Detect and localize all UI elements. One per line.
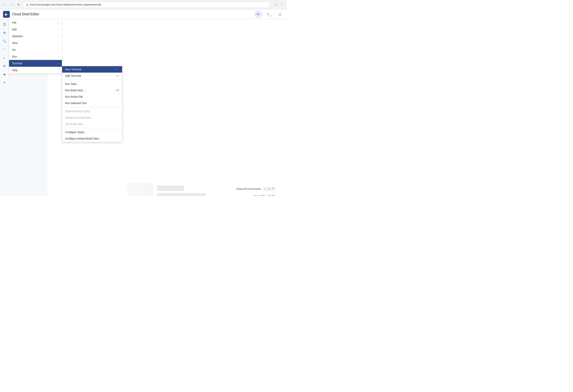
terminal-button[interactable]: >_ xyxy=(265,11,273,18)
command-go-to-file: Go to File ⌘ P xyxy=(236,194,275,196)
app-title: Cloud Shell Editor xyxy=(12,12,39,16)
camera-button[interactable]: ◻ xyxy=(276,11,284,18)
submenu-terminate-task-label: Terminate Task... xyxy=(65,122,85,126)
menu-selection[interactable]: Selection › xyxy=(9,33,62,40)
submenu-restart-running-task-label: Restart Running Task... xyxy=(65,116,92,119)
illustration-bar-2 xyxy=(157,193,206,196)
forward-button[interactable]: → xyxy=(9,2,14,7)
activity-bar-hamburger[interactable]: ☰ xyxy=(1,21,8,28)
commands-panel: Show All Commands ⇧ ⌘ P Go to File ⌘ P xyxy=(236,187,275,196)
key-shift: ⇧ xyxy=(263,187,267,191)
key-cmd: ⌘ xyxy=(267,187,271,191)
activity-bar-search[interactable]: 🔍 xyxy=(1,37,8,45)
activity-bar-extensions[interactable]: ⊞ xyxy=(1,62,8,70)
menu-go-label: Go xyxy=(12,48,16,51)
app-logo: ▶ xyxy=(3,11,10,18)
activity-bar-cloud[interactable]: ◆ xyxy=(1,70,8,78)
show-all-commands-label: Show All Commands xyxy=(236,187,261,190)
terminal-submenu: New Terminal ⌃⇧` Split Terminal ⌘\ Run T… xyxy=(62,66,122,142)
menu-file[interactable]: File › xyxy=(9,19,62,26)
run-build-task-shortcut: ⇧⌘B xyxy=(115,89,119,92)
menu-help[interactable]: Help › xyxy=(9,67,62,73)
menu-help-label: Help xyxy=(12,69,18,72)
run-icon: ▷ xyxy=(3,56,5,59)
edit-button[interactable]: ✏ xyxy=(254,11,262,18)
submenu-run-selected-text[interactable]: Run Selected Text xyxy=(62,100,122,106)
main-area: ☰ ⧉ 🔍 ⑂ ▷ ⊞ ◆ ✦ xyxy=(0,19,286,196)
new-terminal-shortcut: ⌃⇧` xyxy=(115,68,119,71)
menu-view-label: View xyxy=(12,41,18,45)
top-bar-actions: ✏ >_ ◻ xyxy=(254,11,284,18)
welcome-illustration xyxy=(127,183,206,196)
lock-icon: 🔒 xyxy=(26,3,29,6)
chevron-icon: › xyxy=(58,55,59,58)
divider-2 xyxy=(274,12,274,17)
menu-terminal[interactable]: Terminal › xyxy=(9,60,62,67)
submenu-run-active-file-label: Run Active File xyxy=(65,95,83,98)
menu-run[interactable]: Run › xyxy=(9,53,62,60)
browser-chrome: ← → ↻ 🔒 shell.cloud.google.com/?show=ide… xyxy=(0,0,286,9)
chevron-icon: › xyxy=(58,69,59,71)
chevron-icon: › xyxy=(58,28,59,31)
menu-edit-label: Edit xyxy=(12,28,17,31)
menu-view[interactable]: View › xyxy=(9,40,62,46)
submenu-run-task[interactable]: Run Task... xyxy=(62,81,122,87)
cloud-icon: ◆ xyxy=(3,73,5,76)
url-text: shell.cloud.google.com/?show=ide&environ… xyxy=(30,3,101,6)
menu-bar: File › Edit › Selection › View › Go › xyxy=(9,19,62,74)
activity-bar-run[interactable]: ▷ xyxy=(1,54,8,61)
submenu-new-terminal[interactable]: New Terminal ⌃⇧` xyxy=(62,66,122,73)
chevron-icon: › xyxy=(58,21,59,24)
bookmark-button[interactable]: ☆ xyxy=(273,2,278,7)
illustration-bar-1 xyxy=(157,186,184,191)
submenu-new-terminal-label: New Terminal xyxy=(65,68,81,71)
command-show-all-commands: Show All Commands ⇧ ⌘ P xyxy=(236,187,275,191)
submenu-run-selected-text-label: Run Selected Text xyxy=(65,102,87,105)
menu-run-label: Run xyxy=(12,55,17,58)
submenu-run-active-file[interactable]: Run Active File xyxy=(62,94,122,100)
submenu-run-task-label: Run Task... xyxy=(65,82,78,85)
chevron-icon: › xyxy=(58,35,59,37)
source-control-icon: ⑂ xyxy=(4,48,5,51)
key-p: P xyxy=(271,194,275,196)
back-button[interactable]: ← xyxy=(2,2,8,7)
menu-selection-label: Selection xyxy=(12,35,23,38)
submenu-configure-tasks[interactable]: Configure Tasks... xyxy=(62,129,122,135)
activity-bar-explorer[interactable]: ⧉ xyxy=(1,29,8,36)
browser-actions: ☆ ⋮ xyxy=(273,2,284,7)
logo-icon: ▶ xyxy=(5,12,8,17)
submenu-configure-default-build-task[interactable]: Configure Default Build Task... xyxy=(62,135,122,142)
extensions-icon: ⊞ xyxy=(3,64,6,68)
gemini-icon: ✦ xyxy=(3,81,6,84)
submenu-split-terminal[interactable]: Split Terminal ⌘\ xyxy=(62,73,122,79)
chevron-icon: › xyxy=(58,49,59,51)
reload-button[interactable]: ↻ xyxy=(16,2,21,7)
search-icon: 🔍 xyxy=(3,39,6,43)
submenu-split-terminal-label: Split Terminal xyxy=(65,74,81,77)
chevron-icon-active: › xyxy=(58,62,59,65)
activity-bar-gemini[interactable]: ✦ xyxy=(1,79,8,86)
activity-bar-source-control[interactable]: ⑂ xyxy=(1,46,8,53)
show-all-commands-keys: ⇧ ⌘ P xyxy=(263,187,275,191)
sidebar-area: File › Edit › Selection › View › Go › xyxy=(9,19,47,196)
go-to-file-label: Go to File xyxy=(253,195,265,196)
submenu-restart-running-task: Restart Running Task... xyxy=(62,115,122,121)
menu-go[interactable]: Go › xyxy=(9,46,62,53)
activity-bar: ☰ ⧉ 🔍 ⑂ ▷ ⊞ ◆ ✦ xyxy=(0,19,9,196)
menu-terminal-label: Terminal xyxy=(12,62,22,65)
app-container: ▶ Cloud Shell Editor ✏ >_ ◻ ☰ ⧉ 🔍 ⑂ xyxy=(0,9,286,196)
menu-edit[interactable]: Edit › xyxy=(9,26,62,33)
menu-file-label: File xyxy=(12,21,17,24)
more-button[interactable]: ⋮ xyxy=(279,2,284,7)
submenu-run-build-task[interactable]: Run Build Task... ⇧⌘B xyxy=(62,87,122,94)
split-terminal-shortcut: ⌘\ xyxy=(116,74,119,77)
submenu-configure-tasks-label: Configure Tasks... xyxy=(65,131,86,134)
hamburger-icon: ☰ xyxy=(3,22,6,27)
submenu-configure-default-build-task-label: Configure Default Build Task... xyxy=(65,137,101,140)
chevron-icon: › xyxy=(58,42,59,44)
submenu-terminate-task: Terminate Task... xyxy=(62,121,122,127)
submenu-show-running-tasks-label: Show Running Tasks... xyxy=(65,110,92,113)
url-bar[interactable]: 🔒 shell.cloud.google.com/?show=ide&envir… xyxy=(23,2,270,8)
key-cmd: ⌘ xyxy=(267,194,271,196)
top-bar: ▶ Cloud Shell Editor ✏ >_ ◻ xyxy=(0,9,286,19)
